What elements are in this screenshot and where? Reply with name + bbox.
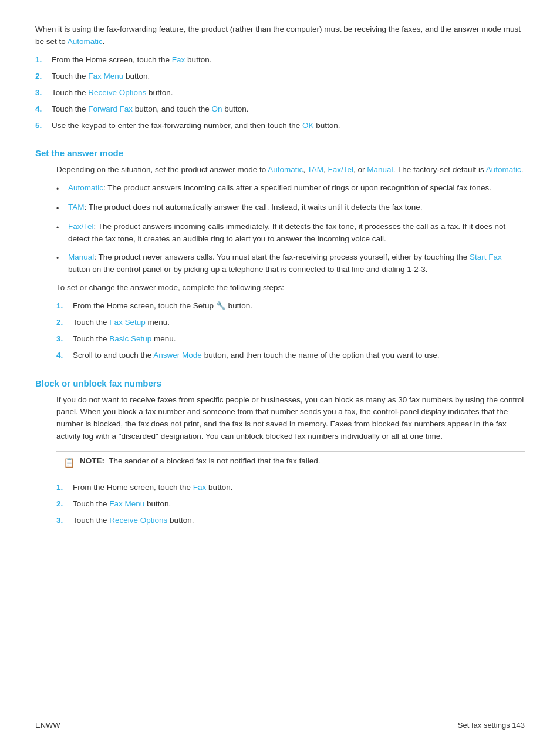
s1-link-automatic[interactable]: Automatic xyxy=(268,165,303,174)
bullet-automatic: Automatic: The product answers incoming … xyxy=(56,182,525,196)
intro-block: When it is using the fax-forwarding feat… xyxy=(35,23,525,132)
section1-para2: To set or change the answer mode, comple… xyxy=(56,282,525,294)
s2-step-1: 1. From the Home screen, touch the Fax b… xyxy=(56,482,525,494)
s1-step-2-text: Touch the Fax Setup menu. xyxy=(73,317,170,329)
section1-steps-list: 1. From the Home screen, touch the Setup… xyxy=(56,300,525,362)
intro-step-3-num: 3. xyxy=(35,87,52,99)
intro-step-2-faxmenu-link[interactable]: Fax Menu xyxy=(88,72,123,80)
bullet-tam: TAM: The product does not automatically … xyxy=(56,201,525,215)
section2-para1: If you do not want to receive faxes from… xyxy=(56,394,525,443)
bullet-dot-4 xyxy=(56,253,68,265)
s2-step-2: 2. Touch the Fax Menu button. xyxy=(56,498,525,510)
s1-link-tam[interactable]: TAM xyxy=(308,165,324,174)
s2-step-3-num: 3. xyxy=(56,515,73,527)
s1-link-faxtel[interactable]: Fax/Tel xyxy=(328,165,354,174)
s1-step-4-text: Scroll to and touch the Answer Mode butt… xyxy=(73,350,439,362)
intro-para: When it is using the fax-forwarding feat… xyxy=(35,23,525,48)
s1-step-3: 3. Touch the Basic Setup menu. xyxy=(56,333,525,345)
section1-bullets: Automatic: The product answers incoming … xyxy=(56,182,525,276)
intro-step-5-text: Use the keypad to enter the fax-forwardi… xyxy=(52,120,340,132)
s2-step-1-num: 1. xyxy=(56,482,73,494)
s1-step-3-basicsetup-link[interactable]: Basic Setup xyxy=(109,334,151,343)
note-box: 📋 NOTE: The sender of a blocked fax is n… xyxy=(56,451,525,473)
note-icon: 📋 xyxy=(63,457,75,468)
section1-heading: Set the answer mode xyxy=(35,148,525,158)
section2-heading: Block or unblock fax numbers xyxy=(35,378,525,388)
intro-step-4-forwardfax-link[interactable]: Forward Fax xyxy=(88,105,133,113)
s2-step-2-text: Touch the Fax Menu button. xyxy=(73,498,171,510)
s2-step-2-num: 2. xyxy=(56,498,73,510)
intro-link-automatic[interactable]: Automatic xyxy=(68,37,103,46)
note-text: NOTE: The sender of a blocked fax is not… xyxy=(80,456,321,465)
intro-step-4-on-link[interactable]: On xyxy=(211,105,222,113)
bullet-startfax-link[interactable]: Start Fax xyxy=(470,253,502,261)
bullet-faxtel-text: Fax/Tel: The product answers incoming ca… xyxy=(68,221,525,246)
s1-step-3-num: 3. xyxy=(56,333,73,345)
bullet-automatic-text: Automatic: The product answers incoming … xyxy=(68,182,491,194)
s2-step-3-text: Touch the Receive Options button. xyxy=(73,515,194,527)
section-answer-mode: Set the answer mode Depending on the sit… xyxy=(35,148,525,361)
note-body: The sender of a blocked fax is not notif… xyxy=(109,456,320,465)
s2-step-3: 3. Touch the Receive Options button. xyxy=(56,515,525,527)
intro-step-2-num: 2. xyxy=(35,70,52,83)
intro-step-3-text: Touch the Receive Options button. xyxy=(52,87,173,99)
s1-step-1-text: From the Home screen, touch the Setup 🔧 … xyxy=(73,300,252,312)
bullet-manual: Manual: The product never answers calls.… xyxy=(56,251,525,276)
bullet-dot-3 xyxy=(56,222,68,234)
bullet-tam-text: TAM: The product does not automatically … xyxy=(68,201,423,214)
s2-step-1-text: From the Home screen, touch the Fax butt… xyxy=(73,482,232,494)
s1-step-3-text: Touch the Basic Setup menu. xyxy=(73,333,176,345)
section1-content: Depending on the situation, set the prod… xyxy=(56,164,525,361)
section-block-fax: Block or unblock fax numbers If you do n… xyxy=(35,378,525,527)
intro-text-end: . xyxy=(103,37,105,46)
footer-left: ENWW xyxy=(35,721,60,730)
s1-step-1-num: 1. xyxy=(56,300,73,312)
s2-step-1-fax-link[interactable]: Fax xyxy=(193,483,207,492)
bullet-faxtel-link[interactable]: Fax/Tel xyxy=(68,222,94,231)
s2-step-2-faxmenu-link[interactable]: Fax Menu xyxy=(109,499,144,508)
bullet-tam-link[interactable]: TAM xyxy=(68,203,85,211)
s1-step-2-num: 2. xyxy=(56,317,73,329)
section1-para1: Depending on the situation, set the prod… xyxy=(56,164,525,176)
intro-step-4-num: 4. xyxy=(35,103,52,116)
intro-text-before: When it is using the fax-forwarding feat… xyxy=(35,25,521,46)
section2-steps-list: 1. From the Home screen, touch the Fax b… xyxy=(56,482,525,527)
bullet-dot-1 xyxy=(56,183,68,196)
footer: ENWW Set fax settings 143 xyxy=(35,721,525,730)
intro-step-3: 3. Touch the Receive Options button. xyxy=(35,87,525,99)
intro-step-4-text: Touch the Forward Fax button, and touch … xyxy=(52,103,249,116)
s1-step-2: 2. Touch the Fax Setup menu. xyxy=(56,317,525,329)
intro-step-2: 2. Touch the Fax Menu button. xyxy=(35,70,525,83)
s1-link-automatic2[interactable]: Automatic xyxy=(486,165,521,174)
section2-content: If you do not want to receive faxes from… xyxy=(56,394,525,527)
s1-link-manual[interactable]: Manual xyxy=(367,165,393,174)
intro-step-1: 1. From the Home screen, touch the Fax b… xyxy=(35,54,525,66)
intro-step-5-num: 5. xyxy=(35,120,52,132)
s1-step-4-answermode-link[interactable]: Answer Mode xyxy=(153,351,202,359)
intro-step-3-receiveoptions-link[interactable]: Receive Options xyxy=(88,88,146,97)
intro-step-4: 4. Touch the Forward Fax button, and tou… xyxy=(35,103,525,116)
intro-steps-list: 1. From the Home screen, touch the Fax b… xyxy=(35,54,525,132)
intro-step-2-text: Touch the Fax Menu button. xyxy=(52,70,150,83)
bullet-automatic-link[interactable]: Automatic xyxy=(68,183,103,192)
s1-step-1: 1. From the Home screen, touch the Setup… xyxy=(56,300,525,312)
footer-right: Set fax settings 143 xyxy=(458,721,525,730)
intro-step-5-ok-link[interactable]: OK xyxy=(302,121,314,130)
note-label: NOTE: xyxy=(80,456,104,465)
bullet-manual-text: Manual: The product never answers calls.… xyxy=(68,251,525,276)
intro-step-1-text: From the Home screen, touch the Fax butt… xyxy=(52,54,211,66)
bullet-manual-link[interactable]: Manual xyxy=(68,253,94,261)
bullet-faxtel: Fax/Tel: The product answers incoming ca… xyxy=(56,221,525,246)
s2-step-3-receiveoptions-link[interactable]: Receive Options xyxy=(109,516,167,525)
intro-step-5: 5. Use the keypad to enter the fax-forwa… xyxy=(35,120,525,132)
s1-step-4-num: 4. xyxy=(56,350,73,362)
bullet-dot-2 xyxy=(56,203,68,215)
intro-step-1-num: 1. xyxy=(35,54,52,66)
s1-step-4: 4. Scroll to and touch the Answer Mode b… xyxy=(56,350,525,362)
intro-step-1-fax-link[interactable]: Fax xyxy=(172,55,185,64)
s1-step-2-faxsetup-link[interactable]: Fax Setup xyxy=(109,318,146,327)
